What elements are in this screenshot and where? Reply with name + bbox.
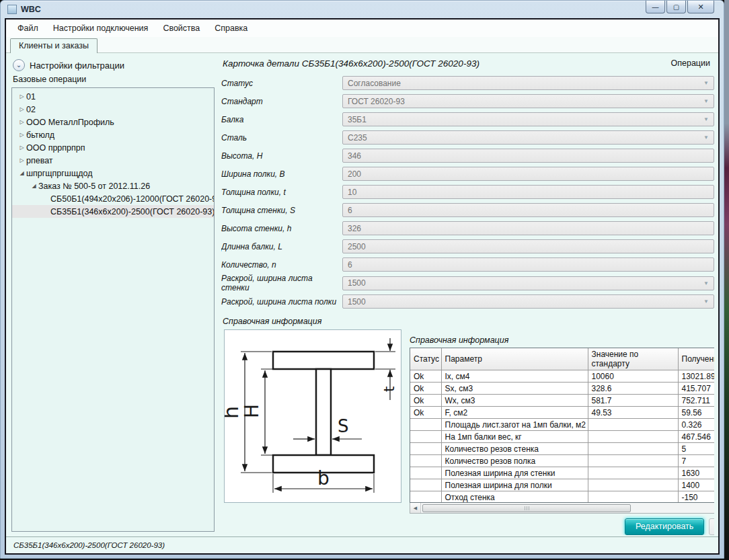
web-height-field[interactable]: 326 xyxy=(342,221,714,235)
tree-item[interactable]: ▷рпеват xyxy=(12,154,214,167)
expand-icon[interactable]: ▷ xyxy=(17,93,26,99)
tree-item[interactable]: ◢шпргщпргшщдод xyxy=(12,167,214,179)
menubar: Файл Настройки подключения Свойства Спра… xyxy=(6,19,718,37)
card-header: Карточка детали СБ35Б1(346х6х200)-2500(Г… xyxy=(221,56,714,74)
close-button[interactable]: ✕ xyxy=(687,1,714,13)
tab-clients-orders[interactable]: Клиенты и заказы xyxy=(10,38,98,53)
table-row[interactable]: Количество резов стенка5 xyxy=(410,443,714,455)
collapse-icon[interactable]: ◢ xyxy=(30,183,38,189)
table-row[interactable]: Отход стенка-150 xyxy=(410,491,714,504)
column-header[interactable]: Значение по стандарту xyxy=(588,348,678,370)
tree-item[interactable]: ◢Заказ № 500-5 от 2012.11.26 xyxy=(12,179,214,192)
steel-combobox[interactable]: С235▼ xyxy=(342,130,714,145)
menu-file[interactable]: Файл xyxy=(10,21,46,36)
tree-item[interactable]: ▷02 xyxy=(12,103,214,116)
beam-diagram: h H t xyxy=(224,329,401,503)
diagram-section-label: Справочная информация xyxy=(221,311,714,329)
table-row[interactable]: Полезная ширина для стенки1630 xyxy=(410,467,714,479)
save-button[interactable]: Сохранить xyxy=(709,518,714,535)
table-row[interactable]: Количество резов полка7 xyxy=(410,455,714,467)
tree-item-selected[interactable]: СБ35Б1(346х6х200)-2500(ГОСТ 26020-93) xyxy=(12,205,214,218)
table-row[interactable]: На 1мп балки вес, кг467.546 xyxy=(410,431,714,443)
tabstrip: Клиенты и заказы xyxy=(6,37,718,53)
field-label: Сталь xyxy=(221,133,342,143)
minimize-icon: — xyxy=(652,3,659,11)
beam-length-field[interactable]: 2500 xyxy=(342,239,714,253)
field-label: Высота стенки, h xyxy=(221,224,342,233)
titlebar[interactable]: WBC — ▢ ✕ xyxy=(1,1,724,18)
svg-text:H: H xyxy=(241,404,263,418)
left-panel: ⌄ Настройки фильтрации Базовые операции … xyxy=(11,56,215,535)
form-row: Высота, H346 xyxy=(221,147,714,165)
form-row: Толщина полки, t10 xyxy=(221,183,714,201)
scrollbar-thumb[interactable] xyxy=(422,504,631,512)
table-row[interactable]: Площадь лист.загот на 1мп балки, м20.326 xyxy=(410,419,714,431)
chevron-down-icon: ▼ xyxy=(703,134,709,141)
reference-area: Справочная информация Обновить Статус xyxy=(410,329,714,535)
form-row: СтальС235▼ xyxy=(221,128,714,147)
expand-icon[interactable]: ▷ xyxy=(17,132,26,138)
form-row: Балка35Б1▼ xyxy=(221,110,714,128)
quantity-field[interactable]: 6 xyxy=(342,257,714,272)
table-row[interactable]: OkF, см249.5359.56 xyxy=(410,407,714,419)
web-sheet-width-combobox[interactable]: 1500▼ xyxy=(342,276,714,290)
flange-width-field[interactable]: 200 xyxy=(342,167,714,181)
expand-icon[interactable]: ▷ xyxy=(17,106,26,112)
operations-expander[interactable]: Операции xyxy=(671,58,713,68)
height-field[interactable]: 346 xyxy=(342,149,714,163)
form-row: Толщина стенки, S6 xyxy=(221,201,714,219)
scroll-left-icon[interactable]: ◀ xyxy=(410,503,421,513)
column-header[interactable]: Параметр xyxy=(441,348,588,370)
tree-item[interactable]: СБ50Б1(494х20х206)-12000(ГОСТ 26020-93) xyxy=(12,192,214,205)
chevron-down-icon[interactable]: ⌄ xyxy=(13,59,25,71)
svg-text:h: h xyxy=(225,406,243,419)
tree-item[interactable]: ▷бьтюлд xyxy=(12,128,214,141)
minimize-button[interactable]: — xyxy=(646,1,665,13)
tree-item[interactable]: ▷ООО МеталлПрофиль xyxy=(12,116,214,128)
app-icon xyxy=(7,5,17,14)
reference-title: Справочная информация xyxy=(410,335,508,347)
menu-help[interactable]: Справка xyxy=(207,21,255,36)
form-row: Количество, n6 xyxy=(221,255,714,274)
form-row: Ширина полки, B200 xyxy=(221,165,714,183)
field-label: Количество, n xyxy=(221,260,342,270)
desktop-edge-strip xyxy=(724,0,729,560)
flange-thickness-field[interactable]: 10 xyxy=(342,185,714,199)
chevron-down-icon: ▼ xyxy=(703,80,709,86)
svg-text:S: S xyxy=(338,416,349,436)
svg-text:b: b xyxy=(317,467,330,489)
filter-title: Настройки фильтрации xyxy=(30,61,124,71)
expand-icon[interactable]: ▷ xyxy=(17,157,26,163)
menu-properties[interactable]: Свойства xyxy=(155,21,207,36)
tree-item[interactable]: ▷ООО пррпрпрп xyxy=(12,141,214,154)
horizontal-scrollbar[interactable]: ◀ ▶ xyxy=(410,503,714,514)
beam-combobox[interactable]: 35Б1▼ xyxy=(342,112,714,126)
expand-icon[interactable]: ▷ xyxy=(17,145,26,151)
table-row[interactable]: OkWx, см3581.7752.711 xyxy=(410,395,714,407)
maximize-button[interactable]: ▢ xyxy=(666,1,686,13)
bottom-area: h H t xyxy=(221,329,714,535)
tree-item[interactable]: ▷01 xyxy=(12,90,214,103)
collapse-icon[interactable]: ◢ xyxy=(17,170,26,176)
field-label: Раскрой, ширина листа стенки xyxy=(221,274,342,292)
beam-cross-section-drawing: h H t xyxy=(225,330,401,502)
table-row[interactable]: OkSx, см3328.6415.707 xyxy=(410,383,714,395)
menu-connection-settings[interactable]: Настройки подключения xyxy=(46,21,156,36)
form-row: Высота стенки, h326 xyxy=(221,219,714,237)
edit-button[interactable]: Редактировать xyxy=(625,518,704,535)
filter-expander[interactable]: ⌄ Настройки фильтрации xyxy=(11,56,215,74)
column-header[interactable]: Полученн xyxy=(678,348,714,370)
web-thickness-field[interactable]: 6 xyxy=(342,203,714,217)
standard-combobox[interactable]: ГОСТ 26020-93▼ xyxy=(342,94,714,108)
table-row[interactable]: OkIx, см41006013021.899 xyxy=(410,370,714,383)
table-row[interactable]: Полезная ширина для полки1400 xyxy=(410,479,714,491)
chevron-down-icon: ▼ xyxy=(703,298,709,305)
status-combobox[interactable]: Согласование▼ xyxy=(342,76,714,90)
table-header-row: Статус Параметр Значение по стандарту По… xyxy=(410,348,714,370)
column-header[interactable]: Статус xyxy=(410,348,441,370)
caption-buttons: — ▢ ✕ xyxy=(646,1,714,13)
field-label: Балка xyxy=(221,115,342,124)
content: ⌄ Настройки фильтрации Базовые операции … xyxy=(6,53,718,536)
expand-icon[interactable]: ▷ xyxy=(17,119,26,125)
flange-sheet-width-combobox[interactable]: 1500▼ xyxy=(342,294,714,309)
